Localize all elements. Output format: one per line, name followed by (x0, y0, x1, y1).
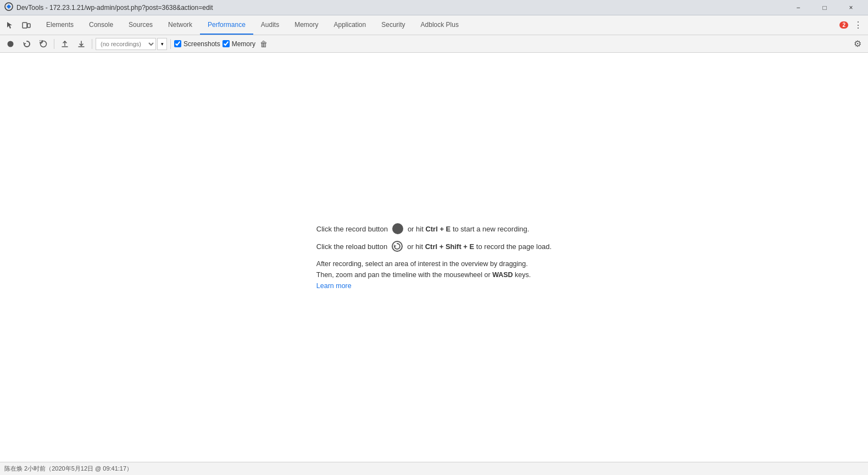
toolbar-divider-1 (54, 39, 54, 49)
learn-more-link[interactable]: Learn more (316, 282, 352, 290)
window-title: DevTools - 172.23.1.21/wp-admin/post.php… (16, 4, 786, 12)
tab-performance[interactable]: Performance (200, 15, 253, 35)
upload-button[interactable] (58, 37, 72, 51)
toolbar-divider-3 (170, 39, 171, 49)
svg-point-3 (8, 41, 14, 47)
screenshots-label: Screenshots (183, 40, 220, 48)
tab-audits[interactable]: Audits (253, 15, 287, 35)
memory-checkbox-wrap[interactable]: Memory (222, 40, 255, 48)
empty-state-description: After recording, select an area of inter… (316, 258, 552, 291)
tab-application[interactable]: Application (326, 15, 374, 35)
record-instruction-text: Click the record button (316, 225, 388, 233)
recordings-select[interactable]: (no recordings) (96, 38, 156, 50)
devtools-favicon (4, 2, 13, 13)
performance-toolbar: (no recordings) ▾ Screenshots Memory 🗑 ⚙ (0, 35, 868, 53)
desc-keys: keys. (513, 271, 531, 279)
nav-tabs: Elements Console Sources Network Perform… (38, 15, 466, 35)
devtools-nav: Elements Console Sources Network Perform… (0, 15, 868, 35)
record-shortcut-text: or hit Ctrl + E to start a new recording… (408, 225, 529, 233)
screenshots-checkbox-wrap[interactable]: Screenshots (174, 40, 220, 48)
download-button[interactable] (74, 37, 88, 51)
screenshots-checkbox[interactable] (174, 40, 181, 47)
minimize-button[interactable]: − (786, 0, 811, 15)
download-icon (77, 40, 85, 48)
record-button[interactable] (3, 37, 18, 51)
device-toolbar-button[interactable] (19, 18, 34, 33)
desc-line2: Then, zoom and pan the timeline with the… (316, 271, 531, 279)
title-bar: DevTools - 172.23.1.21/wp-admin/post.php… (0, 0, 868, 15)
tab-memory[interactable]: Memory (287, 15, 326, 35)
upload-icon (61, 40, 69, 48)
clear-button[interactable]: 🗑 (258, 38, 270, 49)
empty-state: Click the record button or hit Ctrl + E … (316, 223, 552, 291)
inspect-element-button[interactable] (2, 18, 18, 33)
tab-elements[interactable]: Elements (38, 15, 81, 35)
tab-console[interactable]: Console (81, 15, 121, 35)
stop-button[interactable] (36, 37, 51, 51)
tab-adblock[interactable]: Adblock Plus (413, 15, 466, 35)
svg-rect-2 (27, 24, 30, 27)
settings-button[interactable]: ⚙ (850, 37, 865, 50)
close-button[interactable]: × (838, 0, 864, 15)
bottom-bar: 陈在焕 2小时前（2020年5月12日 @ 09:41:17） (0, 462, 868, 475)
stop-icon (40, 40, 47, 48)
toolbar-divider-2 (92, 39, 92, 49)
error-badge: 2 (839, 21, 848, 29)
cursor-icon (5, 21, 14, 30)
recordings-dropdown-btn[interactable]: ▾ (157, 38, 167, 50)
tab-network[interactable]: Network (160, 15, 200, 35)
reload-instruction-text: Click the reload button (316, 242, 387, 251)
recordings-select-wrap: (no recordings) ▾ (96, 38, 167, 50)
svg-rect-1 (23, 23, 27, 28)
reload-shortcut-text: or hit Ctrl + Shift + E to record the pa… (407, 242, 552, 251)
more-icon: ⋮ (854, 20, 863, 30)
tab-sources[interactable]: Sources (121, 15, 160, 35)
record-icon (7, 40, 14, 48)
more-tabs-button[interactable]: ⋮ (850, 18, 866, 33)
record-instruction-row: Click the record button or hit Ctrl + E … (316, 223, 552, 234)
reload-record-icon (23, 40, 31, 48)
reload-icon (394, 243, 400, 250)
memory-label: Memory (232, 40, 255, 48)
window-controls: − □ × (786, 0, 864, 15)
record-button-visual (392, 223, 403, 234)
main-content: Click the record button or hit Ctrl + E … (0, 53, 868, 462)
maximize-button[interactable]: □ (812, 0, 837, 15)
tab-security[interactable]: Security (374, 15, 413, 35)
memory-checkbox[interactable] (222, 40, 230, 47)
reload-button-visual (392, 241, 403, 252)
desc-line1: After recording, select an area of inter… (316, 260, 528, 268)
svg-point-4 (41, 41, 47, 47)
wasd-keys: WASD (492, 271, 513, 279)
nav-right-controls: 2 ⋮ (839, 18, 866, 33)
nav-icons (2, 18, 34, 33)
device-icon (22, 21, 31, 30)
reload-record-button[interactable] (20, 37, 34, 51)
reload-instruction-row: Click the reload button or hit Ctrl + Sh… (316, 241, 552, 252)
bottom-bar-text: 陈在焕 2小时前（2020年5月12日 @ 09:41:17） (4, 465, 132, 473)
